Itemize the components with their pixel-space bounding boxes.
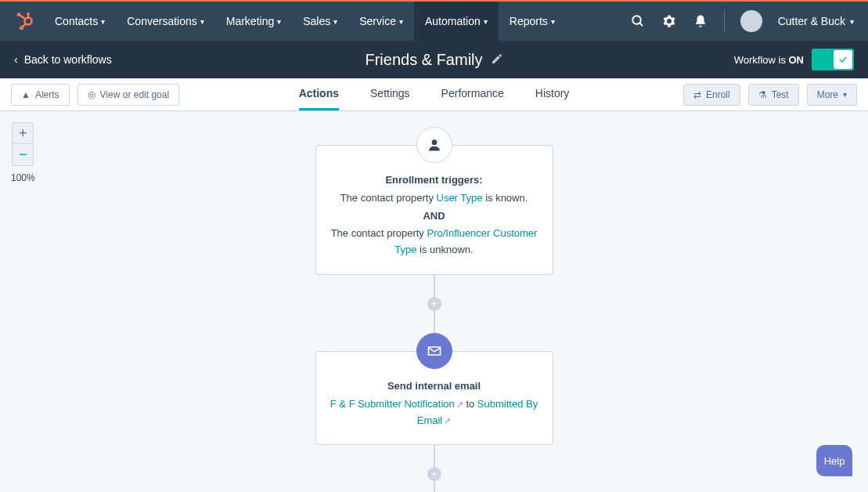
workflow-status-label: Workflow is ON xyxy=(734,54,804,66)
svg-line-8 xyxy=(639,23,643,26)
trigger-condition-2: The contact property Pro/Influencer Cust… xyxy=(330,226,538,259)
bell-icon[interactable] xyxy=(693,13,708,29)
gear-icon[interactable] xyxy=(661,13,677,29)
connector-line xyxy=(434,481,435,492)
user-menu[interactable]: Cutter & Buck▾ xyxy=(778,15,854,27)
search-icon[interactable] xyxy=(630,13,646,29)
help-button[interactable]: Help xyxy=(816,445,852,476)
target-icon: ◎ xyxy=(88,89,95,100)
chevron-down-icon: ▾ xyxy=(551,17,555,26)
flask-icon: ⚗ xyxy=(758,89,767,100)
external-link-icon: ↗ xyxy=(456,400,463,409)
nav-reports[interactable]: Reports▾ xyxy=(510,2,555,41)
hubspot-logo[interactable] xyxy=(14,10,36,32)
email-node-icon xyxy=(416,333,452,369)
chevron-down-icon: ▾ xyxy=(333,17,337,26)
enroll-button[interactable]: ⇄Enroll xyxy=(683,84,740,106)
chevron-down-icon: ▾ xyxy=(399,17,403,26)
svg-point-7 xyxy=(632,16,641,24)
external-link-icon: ↗ xyxy=(444,416,451,425)
goal-button[interactable]: ◎View or edit goal xyxy=(77,84,180,106)
trigger-card[interactable]: Enrollment triggers: The contact propert… xyxy=(315,145,553,275)
chevron-down-icon: ▾ xyxy=(200,17,204,26)
svg-line-3 xyxy=(20,15,25,19)
and-operator: AND xyxy=(330,208,538,225)
add-action-button[interactable]: + xyxy=(427,467,441,481)
tab-settings[interactable]: Settings xyxy=(370,78,410,110)
trigger-node-icon xyxy=(416,127,452,163)
chevron-down-icon: ▾ xyxy=(843,90,847,99)
top-nav: Contacts▾ Conversations▾ Marketing▾ Sale… xyxy=(0,2,868,41)
svg-point-6 xyxy=(20,27,23,29)
nav-marketing[interactable]: Marketing▾ xyxy=(226,2,281,41)
email-template-link[interactable]: F & F Submitter Notification xyxy=(330,398,455,410)
zoom-controls: + − 100% xyxy=(11,122,35,183)
zoom-level: 100% xyxy=(11,172,35,183)
envelope-icon xyxy=(427,343,442,359)
chevron-down-icon: ▾ xyxy=(484,17,488,26)
more-button[interactable]: More▾ xyxy=(807,84,857,106)
enroll-icon: ⇄ xyxy=(693,89,701,100)
add-action-button[interactable]: + xyxy=(427,297,441,311)
trigger-title: Enrollment triggers: xyxy=(330,172,538,189)
svg-point-9 xyxy=(431,139,437,145)
warning-icon: ▲ xyxy=(21,89,31,100)
workflow-canvas: + − 100% Enrollment triggers: The contac… xyxy=(0,111,868,492)
zoom-out-button[interactable]: − xyxy=(12,144,34,166)
zoom-in-button[interactable]: + xyxy=(12,122,34,144)
connector-line xyxy=(434,445,435,467)
back-link[interactable]: ‹ Back to workflows xyxy=(14,53,112,66)
tab-performance[interactable]: Performance xyxy=(441,78,504,110)
connector-line xyxy=(434,311,435,333)
alerts-button[interactable]: ▲Alerts xyxy=(11,84,70,106)
nav-automation[interactable]: Automation▾ xyxy=(414,2,499,41)
tab-bar: ▲Alerts ◎View or edit goal Actions Setti… xyxy=(0,78,868,111)
nav-service[interactable]: Service▾ xyxy=(359,2,403,41)
sub-nav: ‹ Back to workflows Friends & Family Wor… xyxy=(0,41,868,78)
trigger-condition-1: The contact property User Type is known. xyxy=(330,190,538,207)
tab-actions[interactable]: Actions xyxy=(299,78,339,110)
nav-contacts[interactable]: Contacts▾ xyxy=(55,2,105,41)
chevron-down-icon: ▾ xyxy=(850,17,854,26)
property-link[interactable]: User Type xyxy=(437,192,483,204)
toggle-handle xyxy=(834,50,852,69)
pencil-icon[interactable] xyxy=(491,51,503,69)
email-title: Send internal email xyxy=(330,378,538,395)
workflow-toggle[interactable] xyxy=(812,49,854,71)
avatar[interactable] xyxy=(740,10,762,32)
nav-conversations[interactable]: Conversations▾ xyxy=(127,2,204,41)
chevron-down-icon: ▾ xyxy=(101,17,105,26)
svg-point-4 xyxy=(17,13,20,16)
email-details: F & F Submitter Notification↗ to Submitt… xyxy=(330,396,538,429)
tab-history[interactable]: History xyxy=(535,78,570,110)
chevron-left-icon: ‹ xyxy=(14,53,18,66)
svg-point-2 xyxy=(27,13,30,16)
test-button[interactable]: ⚗Test xyxy=(748,84,799,106)
workflow-title: Friends & Family xyxy=(365,51,502,69)
chevron-down-icon: ▾ xyxy=(277,17,281,26)
nav-sales[interactable]: Sales▾ xyxy=(303,2,337,41)
connector-line xyxy=(434,275,435,297)
person-icon xyxy=(427,137,442,153)
